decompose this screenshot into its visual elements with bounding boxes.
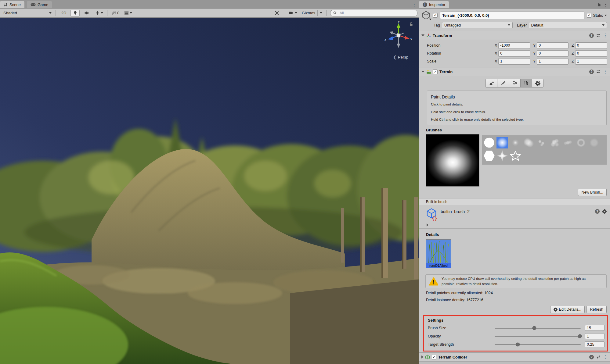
brush-thumb-scatter-small[interactable] — [536, 137, 547, 148]
position-y-field[interactable]: 0 — [537, 42, 568, 49]
x-axis-label: X — [495, 51, 497, 55]
refresh-button[interactable]: Refresh — [587, 306, 607, 313]
inspector-lock-icon[interactable] — [597, 2, 601, 7]
slider-handle[interactable] — [532, 326, 536, 330]
rotation-y-field[interactable]: 0 — [537, 50, 568, 57]
opacity-value-field[interactable]: 1 — [585, 333, 605, 339]
gear-icon[interactable] — [602, 209, 607, 214]
tag-dropdown[interactable]: Untagged — [442, 22, 513, 28]
scene-gizmo-lock-icon[interactable] — [409, 22, 413, 26]
terrain-collider-icon — [425, 355, 430, 359]
hidden-objects-button[interactable]: 0 — [109, 10, 121, 16]
lighting-toggle-button[interactable] — [70, 10, 80, 16]
foldout-open-icon[interactable] — [421, 34, 424, 36]
opacity-label: Opacity — [428, 334, 495, 338]
foldout-closed-icon[interactable] — [421, 355, 423, 359]
shading-mode-dropdown[interactable]: Shaded — [1, 10, 54, 16]
effects-toggle-button[interactable] — [93, 10, 105, 16]
scene-search-input[interactable] — [339, 11, 415, 16]
builtin-brush-section-header[interactable]: Built-in brush — [419, 198, 610, 205]
target-strength-value-field[interactable]: 0.25 — [585, 341, 605, 347]
brush-thumb-scatter-large[interactable] — [562, 137, 574, 148]
gameobject-active-checkbox[interactable] — [433, 13, 438, 18]
scene-tab-menu-icon[interactable]: ⋮ — [410, 1, 419, 8]
brush-thumb-circle-hard[interactable] — [483, 137, 495, 148]
camera-settings-button[interactable] — [287, 10, 299, 16]
brush-thumb-star-outline[interactable] — [510, 150, 521, 162]
chevron-down-icon — [101, 12, 103, 14]
terrain-enabled-checkbox[interactable] — [433, 70, 438, 74]
rotation-z-field[interactable]: 0 — [575, 50, 607, 57]
paint-details-icon[interactable] — [520, 79, 532, 87]
brush-size-slider[interactable] — [495, 326, 581, 330]
gameobject-cube-icon[interactable] — [421, 11, 431, 20]
create-neighbor-terrains-icon[interactable] — [485, 79, 497, 87]
presets-icon[interactable] — [596, 33, 601, 37]
new-brush-button[interactable]: New Brush... — [578, 189, 607, 196]
more-menu-icon[interactable]: ⋮ — [603, 353, 608, 361]
help-icon[interactable]: ? — [595, 209, 600, 214]
builtin-brush-name: builtin_brush_2 — [441, 209, 470, 214]
static-toggle[interactable]: Static — [587, 13, 607, 18]
position-x-field[interactable]: -1000 — [498, 42, 530, 49]
brush-thumb-splatter[interactable] — [549, 137, 561, 148]
rotation-x-field[interactable]: 0 — [498, 50, 530, 57]
tab-scene[interactable]: Scene — [0, 1, 24, 8]
scale-x-field[interactable]: 1 — [498, 58, 530, 65]
rotation-row: Rotation X0 Y0 Z0 — [419, 49, 610, 57]
paint-terrain-icon[interactable] — [497, 79, 509, 87]
presets-icon[interactable] — [596, 355, 601, 359]
opacity-row: Opacity 1 — [427, 332, 605, 340]
grid-visibility-button[interactable] — [122, 10, 134, 16]
layer-dropdown[interactable]: Default — [529, 22, 607, 28]
more-menu-icon[interactable]: ⋮ — [603, 68, 608, 75]
presets-icon[interactable] — [596, 70, 601, 74]
2d-toggle-button[interactable]: 2D — [58, 10, 70, 16]
detail-patches-text: Detail patches currently allocated: 1024 — [426, 291, 610, 295]
help-icon[interactable]: ? — [589, 355, 594, 359]
scale-y-field[interactable]: 1 — [537, 58, 568, 65]
brush-thumb-blob-soft[interactable] — [523, 137, 534, 148]
gameobject-name-field[interactable]: Terrain_(-1000.0, 0.0, 0.0) — [440, 12, 584, 19]
edit-details-button[interactable]: Edit Details... — [550, 306, 585, 313]
tag-label: Tag — [434, 23, 440, 27]
position-z-field[interactable]: 0 — [575, 42, 607, 49]
target-strength-slider[interactable] — [495, 342, 581, 347]
gizmos-dropdown[interactable]: Gizmos — [300, 10, 324, 16]
terrain-collider-header[interactable]: Terrain Collider ? ⋮ — [419, 352, 610, 362]
brush-thumb-dot-soft[interactable] — [510, 137, 521, 148]
paint-trees-icon[interactable] — [509, 79, 520, 87]
brush-thumb-hexagon[interactable] — [483, 150, 495, 162]
inspector-menu-icon[interactable]: ⋮ — [601, 1, 610, 8]
brush-thumb-swirl[interactable] — [575, 137, 587, 148]
brush-thumb-streaks[interactable] — [588, 137, 600, 148]
projection-mode-toggle[interactable]: ❮ Persp — [393, 55, 408, 59]
detail-item-selected[interactable]: rond01Albed — [426, 239, 451, 268]
opacity-slider[interactable] — [495, 334, 581, 338]
help-icon[interactable]: ? — [589, 33, 594, 38]
terrain-collider-enabled-checkbox[interactable] — [432, 355, 436, 359]
terrain-settings-icon[interactable] — [532, 79, 543, 87]
chevron-down-icon — [295, 12, 297, 14]
slider-handle[interactable] — [516, 342, 520, 346]
chevron-down-icon — [320, 12, 322, 14]
audio-toggle-button[interactable] — [80, 10, 92, 16]
tab-inspector[interactable]: i Inspector — [419, 1, 449, 8]
brush-thumb-circle-soft-selected[interactable] — [496, 137, 508, 148]
static-checkbox[interactable] — [587, 13, 591, 18]
foldout-closed-icon[interactable] — [427, 223, 428, 227]
settings-annotation-box: Settings Brush Size 15 Opacity 1 Target … — [423, 315, 608, 352]
scene-viewport[interactable]: y x z ❮ Persp — [0, 18, 419, 364]
more-menu-icon[interactable]: ⋮ — [603, 32, 608, 39]
terrain-header[interactable]: Terrain ? ⋮ — [419, 67, 610, 76]
scale-z-field[interactable]: 1 — [575, 58, 607, 65]
component-tools-button[interactable] — [271, 10, 283, 16]
foldout-open-icon[interactable] — [421, 71, 424, 73]
brush-thumb-star-soft[interactable] — [496, 150, 508, 162]
chevron-down-icon — [508, 24, 510, 26]
brush-size-value-field[interactable]: 15 — [585, 325, 605, 331]
tab-game[interactable]: Game — [27, 1, 52, 8]
help-icon[interactable]: ? — [589, 70, 594, 74]
transform-header[interactable]: Transform ? ⋮ — [419, 31, 610, 40]
slider-handle[interactable] — [578, 334, 582, 338]
